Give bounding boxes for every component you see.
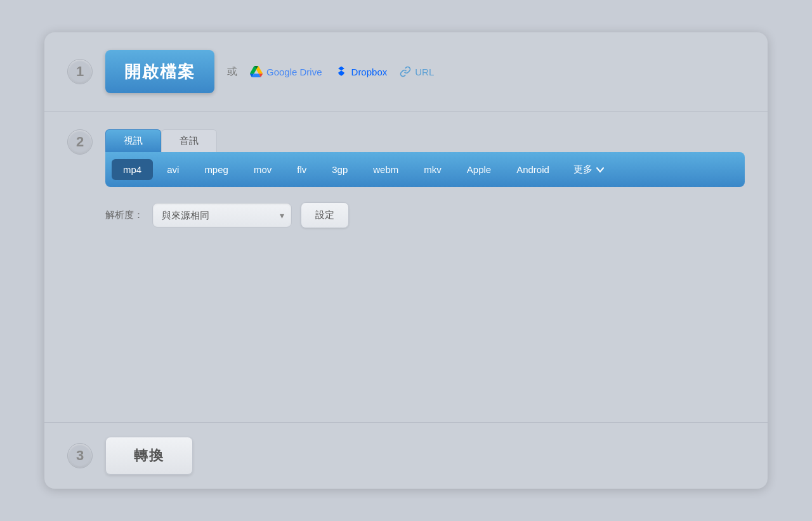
resolution-select-wrapper: 與來源相同 1920x1080 1280x720 854x480 640x360 <box>152 203 292 228</box>
tabs-row: 視訊 音訊 <box>105 129 745 152</box>
format-btn-avi[interactable]: avi <box>155 159 190 180</box>
dropbox-icon <box>335 65 348 78</box>
dropbox-label: Dropbox <box>351 67 388 77</box>
main-container: 1 開啟檔案 或 Google Drive Dropbox <box>44 32 768 489</box>
format-btn-android[interactable]: Android <box>505 159 561 180</box>
open-file-button[interactable]: 開啟檔案 <box>105 50 214 93</box>
resolution-row: 解析度： 與來源相同 1920x1080 1280x720 854x480 64… <box>105 202 745 228</box>
convert-button[interactable]: 轉換 <box>105 437 193 475</box>
format-btn-flv[interactable]: flv <box>285 159 318 180</box>
or-label: 或 <box>227 65 237 79</box>
google-drive-label: Google Drive <box>266 67 322 77</box>
format-btn-3gp[interactable]: 3gp <box>320 159 359 180</box>
url-icon <box>400 66 411 77</box>
step-3-circle: 3 <box>67 443 93 468</box>
step-2-circle: 2 <box>67 129 93 155</box>
google-drive-link[interactable]: Google Drive <box>250 65 322 78</box>
tab-audio[interactable]: 音訊 <box>161 129 217 152</box>
url-label: URL <box>415 67 434 77</box>
section-1: 1 開啟檔案 或 Google Drive Dropbox <box>44 32 768 112</box>
format-btn-mpeg[interactable]: mpeg <box>193 159 240 180</box>
format-btn-mov[interactable]: mov <box>242 159 283 180</box>
settings-button[interactable]: 設定 <box>301 202 349 228</box>
chevron-down-icon <box>595 165 605 175</box>
section-3: 3 轉換 <box>44 423 768 489</box>
format-btn-mkv[interactable]: mkv <box>412 159 453 180</box>
format-bar: mp4 avi mpeg mov flv 3gp webm mkv Apple … <box>105 152 745 187</box>
url-link[interactable]: URL <box>400 66 434 77</box>
format-btn-apple[interactable]: Apple <box>455 159 502 180</box>
format-btn-webm[interactable]: webm <box>362 159 410 180</box>
resolution-label: 解析度： <box>105 209 143 221</box>
google-drive-icon <box>250 65 263 78</box>
dropbox-link[interactable]: Dropbox <box>335 65 388 78</box>
section-2-content: 視訊 音訊 mp4 avi mpeg mov flv 3gp webm mkv … <box>105 129 745 228</box>
format-btn-more[interactable]: 更多 <box>565 158 614 181</box>
section-2: 2 視訊 音訊 mp4 avi mpeg mov flv 3gp webm mk… <box>44 112 768 423</box>
format-btn-mp4[interactable]: mp4 <box>112 159 153 180</box>
cloud-links: Google Drive Dropbox URL <box>250 65 434 78</box>
step-1-circle: 1 <box>67 59 93 84</box>
tab-video[interactable]: 視訊 <box>105 129 161 152</box>
more-label: 更多 <box>573 164 593 176</box>
resolution-select[interactable]: 與來源相同 1920x1080 1280x720 854x480 640x360 <box>152 203 292 228</box>
